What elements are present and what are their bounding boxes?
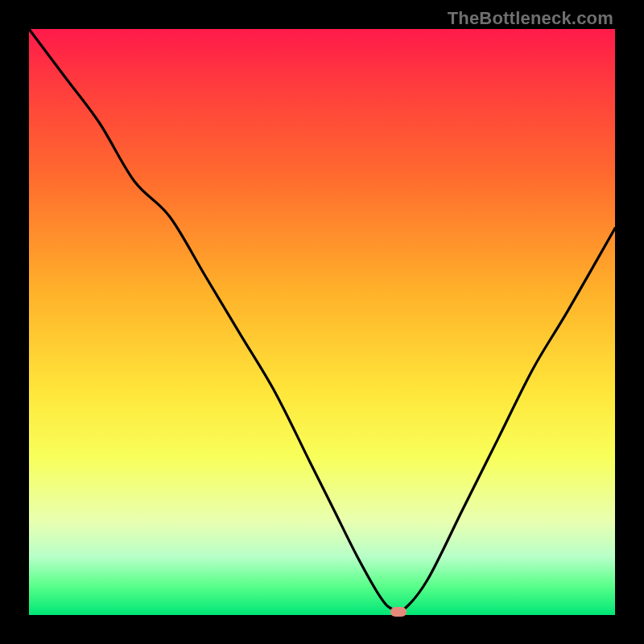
plot-area bbox=[29, 29, 615, 615]
bottleneck-curve-path bbox=[29, 29, 615, 612]
optimal-marker bbox=[390, 607, 407, 617]
chart-stage: TheBottleneck.com bbox=[0, 0, 644, 644]
attribution-text: TheBottleneck.com bbox=[448, 8, 613, 29]
curve-svg bbox=[29, 29, 615, 615]
